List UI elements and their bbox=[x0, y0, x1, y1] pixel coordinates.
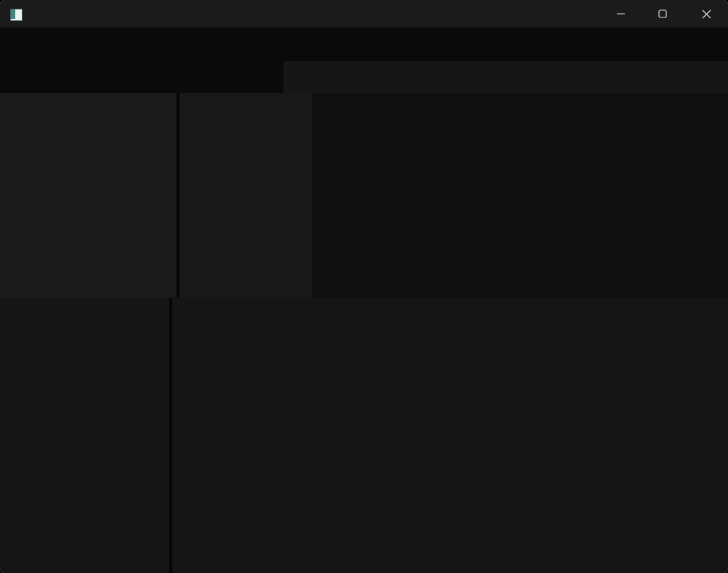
pattern-editor bbox=[172, 298, 728, 573]
transport-group bbox=[0, 61, 283, 93]
transport-toolbar bbox=[0, 61, 728, 93]
app-icon bbox=[10, 9, 23, 21]
pattern-order-table bbox=[0, 298, 169, 573]
close-button[interactable] bbox=[689, 0, 723, 28]
title-bar bbox=[0, 0, 728, 28]
menu-bar bbox=[0, 28, 728, 61]
maximize-button[interactable] bbox=[646, 0, 679, 28]
minimize-button[interactable] bbox=[604, 0, 638, 28]
unit-editor-panel bbox=[312, 93, 728, 298]
unit-list bbox=[179, 93, 312, 298]
sointu-tracker-window bbox=[0, 0, 728, 573]
song-panel bbox=[0, 93, 178, 298]
